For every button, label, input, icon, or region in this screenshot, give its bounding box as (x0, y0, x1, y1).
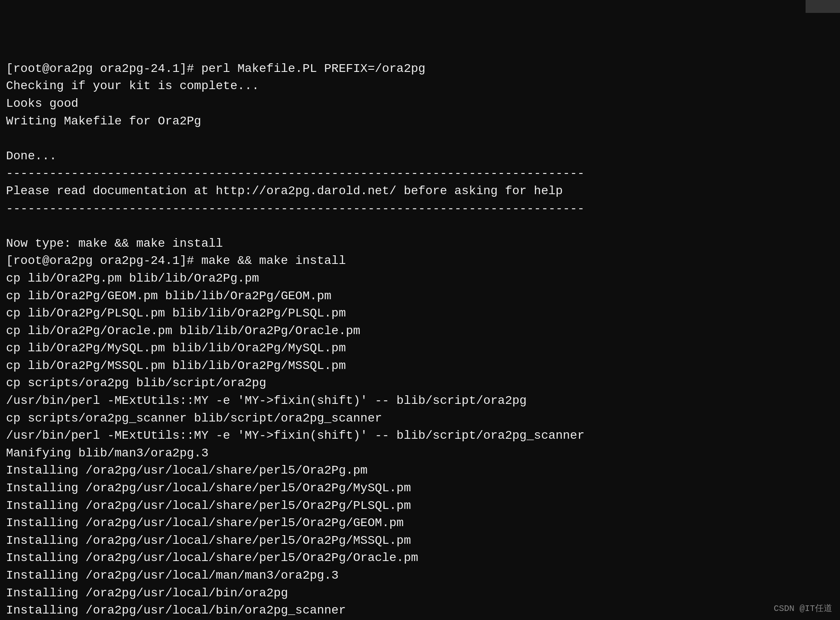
terminal-line: cp lib/Ora2Pg.pm blib/lib/Ora2Pg.pm (6, 272, 259, 285)
terminal-line: ----------------------------------------… (6, 167, 584, 180)
terminal-line: Looks good (6, 97, 78, 110)
terminal-line: Installing /ora2pg/usr/local/share/perl5… (6, 481, 411, 495)
terminal-line: Installing /ora2pg/usr/local/share/perl5… (6, 534, 411, 547)
terminal-window: [root@ora2pg ora2pg-24.1]# perl Makefile… (0, 0, 840, 620)
terminal-line: Installing /ora2pg/usr/local/share/perl5… (6, 516, 404, 530)
terminal-line: Please read documentation at http://ora2… (6, 184, 563, 198)
terminal-line: cp scripts/ora2pg_scanner blib/script/or… (6, 412, 382, 425)
terminal-line: cp scripts/ora2pg blib/script/ora2pg (6, 376, 266, 390)
terminal-line: Installing /ora2pg/usr/local/share/perl5… (6, 464, 368, 477)
terminal-line: Installing /ora2pg/usr/local/share/perl5… (6, 551, 418, 564)
terminal-line: cp lib/Ora2Pg/MSSQL.pm blib/lib/Ora2Pg/M… (6, 359, 346, 372)
terminal-line: cp lib/Ora2Pg/GEOM.pm blib/lib/Ora2Pg/GE… (6, 289, 331, 303)
watermark: CSDN @IT任道 (774, 602, 832, 615)
terminal-line: Now type: make && make install (6, 237, 223, 250)
terminal-line: /usr/bin/perl -MExtUtils::MY -e 'MY->fix… (6, 394, 527, 407)
terminal-line: [root@ora2pg ora2pg-24.1]# perl Makefile… (6, 62, 426, 75)
terminal-line: [root@ora2pg ora2pg-24.1]# make && make … (6, 254, 346, 267)
terminal-line: Installing /ora2pg/usr/local/man/man3/or… (6, 569, 339, 582)
terminal-line: Done... (6, 149, 57, 163)
terminal-line: cp lib/Ora2Pg/PLSQL.pm blib/lib/Ora2Pg/P… (6, 307, 346, 320)
terminal-line: cp lib/Ora2Pg/Oracle.pm blib/lib/Ora2Pg/… (6, 324, 360, 338)
terminal-content: [root@ora2pg ora2pg-24.1]# perl Makefile… (6, 60, 834, 620)
terminal-line: cp lib/Ora2Pg/MySQL.pm blib/lib/Ora2Pg/M… (6, 341, 346, 355)
terminal-line: Installing /ora2pg/usr/local/share/perl5… (6, 499, 411, 512)
terminal-line: ----------------------------------------… (6, 202, 584, 215)
top-bar (806, 0, 840, 13)
terminal-line: Installing /ora2pg/usr/local/bin/ora2pg (6, 586, 288, 600)
terminal-line: /usr/bin/perl -MExtUtils::MY -e 'MY->fix… (6, 429, 584, 442)
terminal-line: Manifying blib/man3/ora2pg.3 (6, 446, 208, 460)
terminal-line: Checking if your kit is complete... (6, 79, 259, 93)
terminal-line: Writing Makefile for Ora2Pg (6, 115, 201, 128)
terminal-line: Installing /ora2pg/usr/local/bin/ora2pg_… (6, 604, 346, 617)
